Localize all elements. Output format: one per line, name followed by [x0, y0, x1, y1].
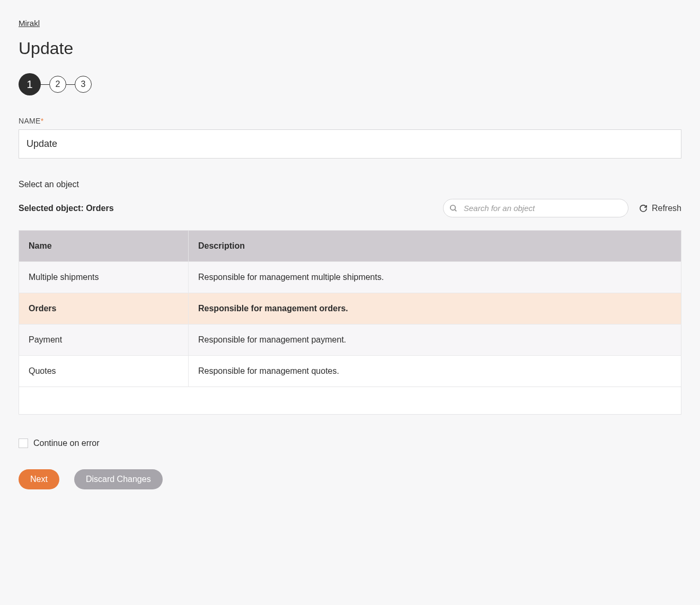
continue-on-error-label: Continue on error [33, 439, 100, 448]
cell-description: Responsible for management quotes. [189, 356, 681, 387]
refresh-label: Refresh [652, 204, 681, 213]
cell-name: Payment [19, 325, 189, 356]
cell-description: Responsible for management multiple ship… [189, 262, 681, 293]
cell-description: Responsible for management orders. [189, 293, 681, 325]
table-footer [19, 387, 681, 415]
cell-name: Orders [19, 293, 189, 325]
select-object-heading: Select an object [19, 180, 681, 189]
table-row[interactable]: OrdersResponsible for management orders. [19, 293, 681, 325]
step-connector [41, 84, 49, 85]
step-2[interactable]: 2 [49, 76, 66, 93]
svg-line-1 [455, 209, 456, 211]
table-row[interactable]: Multiple shipmentsResponsible for manage… [19, 262, 681, 293]
object-table: Name Description Multiple shipmentsRespo… [19, 230, 681, 387]
required-star-icon: * [41, 117, 44, 125]
continue-on-error-checkbox[interactable] [19, 439, 28, 448]
col-header-name[interactable]: Name [19, 231, 189, 262]
refresh-icon [639, 204, 648, 213]
cell-name: Quotes [19, 356, 189, 387]
step-3[interactable]: 3 [75, 76, 92, 93]
discard-button[interactable]: Discard Changes [74, 469, 163, 489]
refresh-button[interactable]: Refresh [639, 204, 681, 213]
table-row[interactable]: QuotesResponsible for management quotes. [19, 356, 681, 387]
step-connector [66, 84, 75, 85]
search-input[interactable] [443, 199, 628, 217]
selected-object-label: Selected object: Orders [19, 204, 114, 213]
stepper: 1 2 3 [19, 73, 681, 95]
name-input[interactable] [19, 129, 681, 159]
name-field-label: NAME* [19, 117, 681, 125]
cell-description: Responsible for management payment. [189, 325, 681, 356]
col-header-description[interactable]: Description [189, 231, 681, 262]
svg-point-0 [450, 205, 455, 210]
next-button[interactable]: Next [19, 469, 59, 489]
breadcrumb-link[interactable]: Mirakl [19, 19, 40, 28]
step-1[interactable]: 1 [19, 73, 41, 95]
cell-name: Multiple shipments [19, 262, 189, 293]
table-row[interactable]: PaymentResponsible for management paymen… [19, 325, 681, 356]
search-icon [449, 204, 458, 213]
page-title: Update [19, 39, 681, 58]
